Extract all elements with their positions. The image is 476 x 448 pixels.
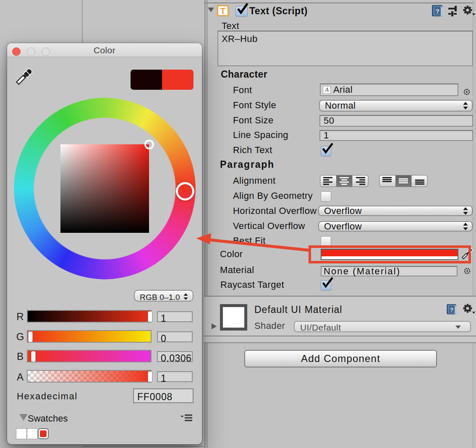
- svg-text:?: ?: [435, 8, 439, 15]
- svg-text:?: ?: [450, 307, 453, 313]
